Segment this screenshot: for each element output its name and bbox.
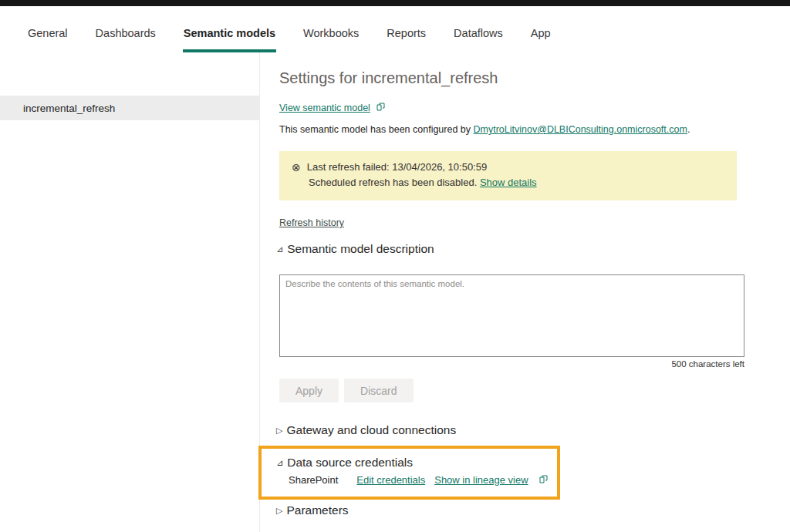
tab-dashboards[interactable]: Dashboards	[95, 27, 157, 52]
top-black-bar	[0, 0, 790, 6]
description-textarea[interactable]	[279, 274, 744, 357]
view-semantic-model-link[interactable]: View semantic model	[279, 103, 370, 113]
settings-page: General Dashboards Semantic models Workb…	[0, 0, 790, 532]
tab-semantic-models[interactable]: Semantic models	[183, 27, 276, 52]
section-title: Gateway and cloud connections	[286, 423, 456, 437]
credentials-highlight-box: ⊿ Data source credentials SharePoint Edi…	[258, 446, 560, 500]
edit-credentials-link[interactable]: Edit credentials	[356, 474, 425, 486]
tab-workbooks[interactable]: Workbooks	[302, 27, 360, 52]
warning-line2: Scheduled refresh has been disabled.	[309, 177, 480, 188]
data-source-name: SharePoint	[289, 474, 338, 486]
section-gateway-connections[interactable]: ▷ Gateway and cloud connections	[276, 423, 456, 437]
expand-triangle-icon: ▷	[276, 506, 282, 516]
external-link-icon	[539, 474, 548, 486]
page-title: Settings for incremental_refresh	[279, 69, 498, 87]
expand-triangle-icon: ▷	[276, 426, 282, 436]
error-circle-icon: ⊗	[292, 161, 301, 174]
collapse-triangle-icon: ⊿	[276, 458, 283, 468]
credentials-row: SharePoint Edit credentials Show in line…	[289, 474, 557, 486]
show-details-link[interactable]: Show details	[480, 177, 537, 188]
view-semantic-model-row: View semantic model	[279, 103, 385, 113]
apply-button[interactable]: Apply	[279, 379, 339, 402]
configured-by-text: This semantic model has been configured …	[279, 124, 690, 135]
refresh-history-row: Refresh history	[279, 217, 344, 228]
model-list-sidebar: incremental_refresh	[0, 52, 260, 532]
refresh-history-link[interactable]: Refresh history	[279, 217, 344, 228]
configured-by-suffix: .	[687, 124, 690, 135]
collapse-triangle-icon: ⊿	[276, 244, 283, 254]
section-title: Data source credentials	[287, 456, 413, 470]
section-parameters[interactable]: ▷ Parameters	[276, 503, 349, 517]
discard-button[interactable]: Discard	[344, 379, 413, 402]
section-semantic-model-description[interactable]: ⊿ Semantic model description	[276, 242, 434, 256]
characters-left-counter: 500 characters left	[279, 359, 744, 369]
tab-general[interactable]: General	[27, 27, 69, 52]
show-in-lineage-link[interactable]: Show in lineage view	[434, 474, 528, 486]
tab-dataflows[interactable]: Dataflows	[453, 27, 504, 52]
description-actions: Apply Discard	[279, 379, 414, 402]
tab-reports[interactable]: Reports	[386, 27, 427, 52]
tab-bar: General Dashboards Semantic models Workb…	[0, 6, 790, 52]
warning-line1: Last refresh failed: 13/04/2026, 10:50:5…	[307, 161, 487, 173]
section-title: Parameters	[286, 503, 348, 517]
external-link-icon	[376, 103, 385, 113]
owner-email-link[interactable]: DmytroLitvinov@DLBIConsulting.onmicrosof…	[474, 124, 687, 135]
section-title: Semantic model description	[287, 242, 434, 256]
section-data-source-credentials[interactable]: ⊿ Data source credentials	[276, 456, 557, 470]
refresh-failed-warning: ⊗ Last refresh failed: 13/04/2026, 10:50…	[279, 151, 737, 200]
configured-by-prefix: This semantic model has been configured …	[279, 124, 474, 135]
tab-app[interactable]: App	[530, 27, 552, 52]
sidebar-item-incremental-refresh[interactable]: incremental_refresh	[0, 96, 259, 120]
